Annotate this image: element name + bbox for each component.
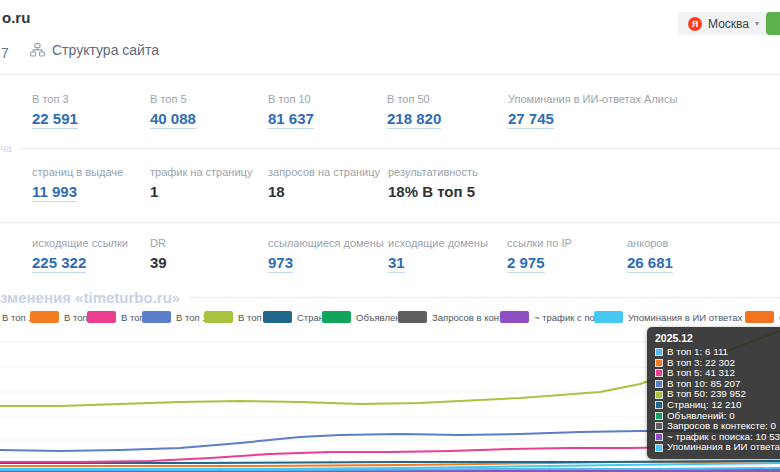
- chevron-down-icon: ▾: [755, 19, 759, 28]
- tooltip-label: Страниц: 12 210: [667, 400, 741, 411]
- tooltip-swatch-icon: [655, 422, 663, 430]
- divider: [0, 74, 780, 75]
- stat-label: ссылки по IP: [507, 237, 572, 249]
- site-title: o.ru: [2, 9, 30, 26]
- legend-swatch-icon: [204, 311, 233, 323]
- sitemap-icon: [30, 43, 45, 57]
- stat-label: запросов на страницу: [268, 166, 380, 178]
- stat-item: DR39: [150, 237, 167, 272]
- stat-label: В топ 10: [268, 93, 314, 105]
- divider: [0, 222, 780, 223]
- stat-item: В топ 540 088: [150, 93, 196, 129]
- stat-item: Упоминания в ИИ-ответах Алисы27 745: [508, 93, 677, 129]
- stat-label: трафик на страницу: [150, 166, 252, 178]
- stat-label: Упоминания в ИИ-ответах Алисы: [508, 93, 677, 105]
- tooltip-swatch-icon: [655, 433, 663, 441]
- chart-legend: В топ 1В топ 3В топ 5В топ 10В топ 50Стр…: [0, 311, 780, 327]
- stat-value[interactable]: 973: [268, 254, 293, 273]
- stat-value[interactable]: 26 681: [627, 254, 673, 273]
- tooltip-swatch-icon: [655, 444, 663, 452]
- stat-item: запросов на страницу18: [268, 166, 380, 201]
- tooltip-label: В топ 1: 6 111: [667, 347, 728, 358]
- divider: [190, 297, 780, 298]
- tooltip-swatch-icon: [655, 380, 663, 388]
- stat-item: результативность18% В топ 5: [388, 166, 478, 201]
- stat-value[interactable]: 2 975: [507, 254, 545, 273]
- stat-value[interactable]: 27 745: [508, 110, 554, 129]
- legend-swatch-icon: [263, 311, 292, 323]
- stat-value[interactable]: 225 322: [32, 254, 86, 273]
- tooltip-date: 2025.12: [655, 332, 780, 344]
- legend-swatch-icon: [30, 311, 59, 323]
- stat-value: 1: [150, 183, 158, 200]
- legend-item[interactable]: В топ 1: [0, 311, 34, 323]
- nav-fragment: 7: [1, 45, 9, 61]
- chart-tooltip: 2025.12 В топ 1: 6 111В топ 3: 22 302В т…: [647, 327, 780, 459]
- site-structure-label: Структура сайта: [52, 42, 159, 58]
- stat-item: ссылки по IP2 975: [507, 237, 572, 273]
- stat-value[interactable]: 31: [388, 254, 405, 273]
- stat-value[interactable]: 81 637: [268, 110, 314, 129]
- stat-item: В топ 1081 637: [268, 93, 314, 129]
- stat-item: исходящие домены31: [388, 237, 488, 273]
- stat-item: анкоров26 681: [627, 237, 673, 273]
- stats-row-2: страниц в выдаче11 993трафик на страницу…: [0, 166, 780, 210]
- divider: [20, 148, 780, 149]
- legend-swatch-icon: [322, 311, 351, 323]
- stat-label: исходящие домены: [388, 237, 488, 249]
- tooltip-swatch-icon: [655, 348, 663, 356]
- stat-value: 18: [268, 183, 285, 200]
- region-label: Москва: [708, 17, 749, 31]
- stat-value[interactable]: 22 591: [32, 110, 78, 129]
- chart-section-header: зменения «timeturbo.ru»: [0, 289, 780, 306]
- stat-value: 18% В топ 5: [388, 183, 475, 200]
- tooltip-row: Упоминания в ИИ ответах Алисы: 25 1: [655, 442, 780, 453]
- stat-item: трафик на страницу1: [150, 166, 252, 201]
- stat-label: анкоров: [627, 237, 673, 249]
- stat-label: В топ 3: [32, 93, 78, 105]
- dashboard-page: o.ru Я Москва ▾ 7 Структура сайта В топ …: [0, 0, 780, 472]
- stat-label: исходящие ссылки: [32, 237, 128, 249]
- tooltip-row: В топ 1: 6 111: [655, 347, 780, 358]
- legend-label: В топ 1: [2, 312, 34, 323]
- site-structure-link[interactable]: Структура сайта: [30, 42, 159, 58]
- stat-item: В топ 50218 820: [387, 93, 441, 129]
- legend-swatch-icon: [398, 311, 427, 323]
- legend-item[interactable]: В топ 10: [142, 311, 213, 323]
- stat-label: В топ 5: [150, 93, 196, 105]
- tooltip-swatch-icon: [655, 401, 663, 409]
- yandex-icon: Я: [688, 17, 702, 31]
- stat-label: результативность: [388, 166, 478, 178]
- chart-section-title: зменения «timeturbo.ru»: [0, 289, 180, 306]
- stat-label: DR: [150, 237, 167, 249]
- region-selector-button[interactable]: Я Москва ▾: [678, 12, 769, 35]
- stat-label: В топ 50: [387, 93, 441, 105]
- stats-row-1: В топ 322 591В топ 540 088В топ 1081 637…: [0, 93, 780, 137]
- legend-swatch-icon: [87, 311, 116, 323]
- legend-swatch-icon: [745, 311, 774, 323]
- tooltip-row: Страниц: 12 210: [655, 400, 780, 411]
- legend-item[interactable]: Скры: [745, 311, 780, 323]
- legend-item[interactable]: В топ 3: [30, 311, 96, 323]
- stat-value[interactable]: 218 820: [387, 110, 441, 129]
- tooltip-label: Упоминания в ИИ ответах Алисы: 25 1: [667, 442, 780, 453]
- stat-item: страниц в выдаче11 993: [32, 166, 123, 202]
- legend-swatch-icon: [142, 311, 171, 323]
- stat-item: В топ 322 591: [32, 93, 78, 129]
- stat-label: страниц в выдаче: [32, 166, 123, 178]
- stat-item: ссылающиеся домены973: [268, 237, 384, 273]
- tooltip-swatch-icon: [655, 391, 663, 399]
- tooltip-swatch-icon: [655, 412, 663, 420]
- tooltip-swatch-icon: [655, 369, 663, 377]
- legend-swatch-icon: [594, 311, 623, 323]
- stat-label: ссылающиеся домены: [268, 237, 384, 249]
- tooltip-swatch-icon: [655, 359, 663, 367]
- stat-value: 39: [150, 254, 167, 271]
- section-divider-serp: ча: [0, 142, 780, 154]
- stats-row-3: исходящие ссылки225 322DR39ссылающиеся д…: [0, 237, 780, 281]
- legend-swatch-icon: [500, 311, 529, 323]
- stat-value[interactable]: 11 993: [32, 183, 77, 202]
- stat-item: исходящие ссылки225 322: [32, 237, 128, 273]
- primary-action-button[interactable]: [766, 12, 780, 35]
- stat-value[interactable]: 40 088: [150, 110, 196, 129]
